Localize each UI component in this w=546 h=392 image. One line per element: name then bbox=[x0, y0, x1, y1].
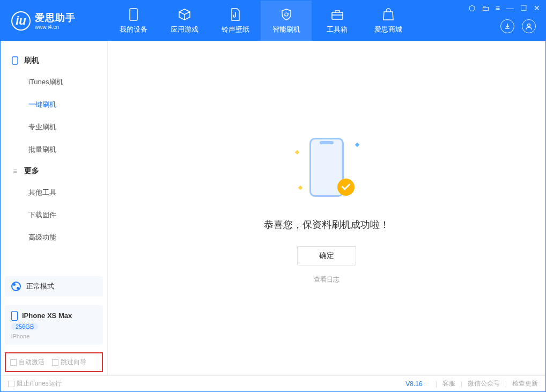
music-file-icon bbox=[228, 8, 242, 21]
device-phone-icon bbox=[11, 311, 18, 321]
tab-toolbox[interactable]: 工具箱 bbox=[312, 1, 363, 41]
tab-my-device[interactable]: 我的设备 bbox=[108, 1, 159, 41]
section-title: 更多 bbox=[24, 166, 39, 176]
svg-rect-1 bbox=[332, 12, 343, 19]
cube-icon bbox=[178, 8, 191, 21]
check-update-link[interactable]: 检查更新 bbox=[512, 379, 538, 388]
sidebar-item-advanced[interactable]: 高级功能 bbox=[1, 226, 107, 249]
tab-store[interactable]: 爱思商城 bbox=[363, 1, 414, 41]
device-capacity: 256GB bbox=[11, 323, 38, 330]
mode-label: 正常模式 bbox=[26, 282, 54, 291]
tab-label: 应用游戏 bbox=[171, 25, 198, 34]
device-info-panel[interactable]: iPhone XS Max 256GB iPhone bbox=[5, 305, 103, 345]
sidebar-section-more: ≡ 更多 bbox=[1, 161, 107, 181]
view-log-link[interactable]: 查看日志 bbox=[314, 275, 340, 284]
tab-label: 工具箱 bbox=[327, 25, 348, 34]
tab-label: 我的设备 bbox=[120, 25, 147, 34]
version-label: V8.16 bbox=[405, 380, 422, 388]
window-controls: ⬡ 🗀 ≡ — ☐ ✕ bbox=[469, 4, 540, 12]
download-icon[interactable] bbox=[500, 19, 514, 33]
sparkle-icon bbox=[355, 142, 359, 146]
tab-label: 智能刷机 bbox=[272, 25, 300, 34]
checkbox-block-itunes[interactable]: 阻止iTunes运行 bbox=[8, 379, 62, 388]
minimize-button[interactable]: — bbox=[506, 4, 514, 12]
ok-button[interactable]: 确定 bbox=[297, 246, 356, 265]
app-name-en: www.i4.cn bbox=[35, 24, 76, 30]
tab-label: 爱思商城 bbox=[374, 25, 402, 34]
separator: | bbox=[461, 380, 462, 388]
checkbox-auto-activate[interactable]: 自动激活 bbox=[10, 358, 45, 367]
toolbox-icon bbox=[330, 8, 344, 21]
sidebar-section-flash: 刷机 bbox=[1, 50, 107, 71]
section-title: 刷机 bbox=[24, 56, 39, 65]
separator: | bbox=[505, 380, 507, 388]
close-button[interactable]: ✕ bbox=[534, 4, 540, 12]
maximize-button[interactable]: ☐ bbox=[520, 4, 527, 12]
mode-icon bbox=[11, 282, 21, 291]
sidebar-item-other-tools[interactable]: 其他工具 bbox=[1, 181, 107, 204]
tab-flash[interactable]: 智能刷机 bbox=[261, 1, 312, 41]
bag-icon bbox=[381, 8, 395, 21]
checkbox-label: 阻止iTunes运行 bbox=[17, 379, 62, 388]
body: 刷机 iTunes刷机 一键刷机 专业刷机 批量刷机 ≡ 更多 其他工具 下载固… bbox=[1, 41, 545, 375]
phone-small-icon bbox=[11, 57, 19, 64]
tab-label: 铃声壁纸 bbox=[222, 25, 249, 34]
sparkle-icon bbox=[295, 150, 299, 154]
success-illustration bbox=[289, 132, 364, 208]
logo-icon: iu bbox=[11, 11, 31, 31]
success-message: 恭喜您，保资料刷机成功啦！ bbox=[264, 218, 389, 231]
header-right-icons bbox=[500, 19, 536, 33]
checkbox-box bbox=[10, 359, 17, 366]
phone-icon bbox=[127, 8, 141, 21]
svg-rect-3 bbox=[12, 57, 18, 64]
sidebar-item-oneclick-flash[interactable]: 一键刷机 bbox=[1, 93, 107, 116]
tab-apps[interactable]: 应用游戏 bbox=[159, 1, 210, 41]
footer: 阻止iTunes运行 V8.16 | 客服 | 微信公众号 | 检查更新 bbox=[1, 375, 545, 391]
user-icon[interactable] bbox=[522, 19, 536, 33]
nav-tabs: 我的设备 应用游戏 铃声壁纸 智能刷机 工具箱 爱思商城 bbox=[108, 1, 414, 41]
sidebar-item-itunes-flash[interactable]: iTunes刷机 bbox=[1, 71, 107, 93]
sidebar: 刷机 iTunes刷机 一键刷机 专业刷机 批量刷机 ≡ 更多 其他工具 下载固… bbox=[1, 41, 108, 375]
main-content: 恭喜您，保资料刷机成功啦！ 确定 查看日志 bbox=[108, 41, 545, 375]
logo-text: 爱思助手 www.i4.cn bbox=[35, 11, 76, 30]
check-badge-icon bbox=[337, 179, 355, 196]
tab-ringtones[interactable]: 铃声壁纸 bbox=[210, 1, 261, 41]
separator: | bbox=[436, 380, 437, 388]
device-name: iPhone XS Max bbox=[22, 312, 72, 320]
svg-rect-0 bbox=[130, 9, 137, 20]
checkbox-label: 跳过向导 bbox=[61, 358, 86, 367]
logo[interactable]: iu 爱思助手 www.i4.cn bbox=[1, 11, 108, 31]
shirt-icon[interactable]: ⬡ bbox=[469, 4, 475, 12]
list-icon: ≡ bbox=[11, 167, 19, 175]
wechat-link[interactable]: 微信公众号 bbox=[468, 379, 500, 388]
sparkle-icon bbox=[298, 185, 302, 189]
checkbox-box bbox=[8, 381, 14, 387]
lock-icon[interactable]: 🗀 bbox=[482, 4, 489, 12]
app-name-cn: 爱思助手 bbox=[35, 11, 76, 24]
sidebar-item-pro-flash[interactable]: 专业刷机 bbox=[1, 116, 107, 138]
support-link[interactable]: 客服 bbox=[442, 379, 455, 388]
menu-icon[interactable]: ≡ bbox=[496, 4, 500, 12]
sidebar-item-download-firmware[interactable]: 下载固件 bbox=[1, 204, 107, 226]
header: iu 爱思助手 www.i4.cn 我的设备 应用游戏 铃声壁纸 智能刷机 工具… bbox=[1, 1, 545, 41]
device-type: iPhone bbox=[11, 333, 97, 339]
sidebar-item-batch-flash[interactable]: 批量刷机 bbox=[1, 138, 107, 161]
device-mode-panel[interactable]: 正常模式 bbox=[5, 276, 103, 297]
svg-point-2 bbox=[528, 24, 530, 27]
options-row-highlighted: 自动激活 跳过向导 bbox=[5, 352, 103, 372]
checkbox-label: 自动激活 bbox=[19, 358, 45, 367]
checkbox-box bbox=[52, 359, 58, 366]
checkbox-skip-guide[interactable]: 跳过向导 bbox=[52, 358, 86, 367]
shield-sync-icon bbox=[279, 8, 293, 21]
